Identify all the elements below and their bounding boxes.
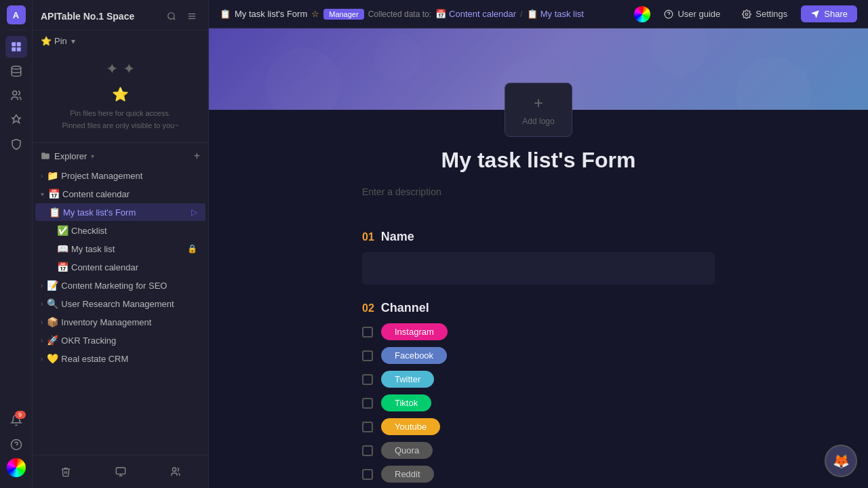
channel-tag-reddit[interactable]: Reddit: [381, 466, 434, 483]
trash-button[interactable]: [55, 461, 77, 483]
channel-checkbox-facebook[interactable]: [362, 350, 373, 361]
form-breadcrumb-name: My task list's Form: [235, 9, 307, 19]
channel-checkbox-instagram[interactable]: [362, 327, 373, 338]
pin-section: ⭐ Pin ▾ ✦ ✦ ⭐ Pin files here for quick a…: [33, 30, 208, 143]
channel-tag-youtube[interactable]: Youtube: [381, 418, 440, 435]
channel-option-tiktok: Tiktok: [362, 394, 715, 411]
field-name-label: 01 Name: [362, 230, 715, 244]
form-title: My task list's Form: [362, 148, 715, 173]
chevron-right-icon-3: ›: [41, 300, 43, 308]
svg-point-5: [12, 91, 16, 95]
share-button[interactable]: Share: [801, 5, 857, 22]
sidebar-item-project-management[interactable]: › 📁 Project Management: [35, 167, 205, 184]
svg-rect-0: [12, 42, 16, 46]
field-channel-label: 02 Channel: [362, 301, 715, 315]
check-icon: ✅: [57, 225, 68, 236]
channel-checkbox-youtube[interactable]: [362, 422, 373, 432]
channel-tag-tiktok[interactable]: Tiktok: [381, 394, 431, 411]
rocket-icon-btn[interactable]: [5, 109, 27, 131]
sidebar-footer: [33, 455, 208, 488]
help-avatar-icon: 🦊: [826, 446, 856, 476]
field-number-2: 02: [362, 302, 374, 314]
theme-switcher[interactable]: [7, 458, 26, 477]
sidebar-item-inventory[interactable]: › 📦 Inventory Management: [35, 313, 205, 331]
channel-checkbox-twitter[interactable]: [362, 374, 373, 385]
channel-tag-twitter[interactable]: Twitter: [381, 371, 434, 388]
workspace-title: APITable No.1 Space: [41, 11, 134, 22]
breadcrumb: 📋 My task list's Form ☆ Manager Collecte…: [220, 9, 629, 20]
channel-tag-facebook[interactable]: Facebook: [381, 347, 447, 364]
search-bottom-button[interactable]: [110, 461, 132, 483]
form-logo-area: + Add logo: [209, 83, 868, 137]
sidebar-item-my-task-form[interactable]: 📋 My task list's Form ▷: [35, 203, 205, 221]
explorer-add-button[interactable]: +: [194, 150, 200, 162]
sidebar-item-content-marketing[interactable]: › 📝 Content Marketing for SEO: [35, 277, 205, 294]
icon-bar-bottom: 9: [5, 409, 27, 483]
channel-option-reddit: Reddit: [362, 466, 715, 483]
calendar-link-icon: 📅: [435, 9, 446, 19]
table-icon: 📖: [57, 243, 68, 254]
home-icon-btn[interactable]: [5, 36, 27, 58]
add-logo-button[interactable]: + Add logo: [505, 83, 572, 137]
members-button[interactable]: [165, 461, 186, 483]
calendar-icon: 📅: [57, 262, 68, 272]
svg-rect-2: [12, 47, 16, 52]
doc-icon: 📝: [47, 280, 58, 291]
sidebar-item-content-calendar-child[interactable]: 📅 Content calendar: [35, 258, 205, 276]
sidebar-item-checklist[interactable]: ✅ Checklist: [35, 222, 205, 239]
channel-checkbox-reddit[interactable]: [362, 469, 373, 480]
channel-tag-instagram[interactable]: Instagram: [381, 323, 448, 340]
chevron-right-icon-6: ›: [41, 355, 43, 363]
sidebar-item-my-task-list[interactable]: 📖 My task list 🔒: [35, 240, 205, 258]
field-channel: 02 Channel Instagram Facebook Twitter: [362, 301, 715, 488]
sidebar-item-content-calendar[interactable]: ▾ 📅 Content calendar: [35, 185, 205, 203]
sidebar-item-user-research[interactable]: › 🔍 User Research Management: [35, 295, 205, 312]
channel-option-facebook: Facebook: [362, 347, 715, 364]
tasklist-breadcrumb-link[interactable]: 📋 My task list: [527, 9, 584, 19]
form-description-input[interactable]: [362, 181, 715, 214]
theme-icon[interactable]: [634, 6, 650, 22]
svg-rect-1: [16, 42, 20, 46]
help-avatar[interactable]: 🦊: [825, 445, 857, 477]
calendar-breadcrumb-link[interactable]: 📅 Content calendar: [435, 9, 516, 19]
notification-icon-btn[interactable]: 9: [5, 409, 27, 431]
topbar-actions: User guide Settings Share: [634, 5, 857, 22]
sidebar-item-okr[interactable]: › 🚀 OKR Tracking: [35, 331, 205, 349]
favorite-star[interactable]: ☆: [311, 9, 319, 19]
okr-icon: 🚀: [47, 335, 58, 346]
channel-option-twitter: Twitter: [362, 371, 715, 388]
user-guide-button[interactable]: User guide: [656, 5, 728, 22]
chevron-right-icon-2: ›: [41, 282, 43, 289]
sidebar-header: APITable No.1 Space: [33, 0, 208, 30]
realestate-icon: 💛: [47, 353, 58, 364]
chevron-right-icon-5: ›: [41, 337, 43, 344]
topbar: 📋 My task list's Form ☆ Manager Collecte…: [209, 0, 868, 28]
field-label-text-1: Name: [381, 230, 414, 244]
channel-checkbox-quora[interactable]: [362, 445, 373, 456]
sidebar-item-realestate[interactable]: › 💛 Real estate CRM: [35, 350, 205, 367]
shield-icon-btn[interactable]: [5, 134, 27, 155]
pin-header[interactable]: ⭐ Pin ▾: [41, 36, 200, 46]
field-label-text-2: Channel: [381, 301, 429, 315]
plus-icon: +: [534, 94, 543, 113]
settings-button[interactable]: Settings: [734, 5, 795, 22]
help-icon-btn[interactable]: [5, 434, 27, 455]
channel-tag-quora[interactable]: Quora: [381, 442, 433, 459]
name-text-input[interactable]: [362, 252, 715, 285]
workspace-avatar[interactable]: A: [7, 5, 26, 24]
search-button[interactable]: [163, 8, 180, 24]
team-icon-btn[interactable]: [5, 85, 27, 106]
lock-icon: 🔒: [187, 244, 197, 253]
database-icon-btn[interactable]: [5, 60, 27, 82]
form-breadcrumb-icon: 📋: [220, 9, 231, 19]
form-area: + Add logo My task list's Form 01 Name 0…: [209, 28, 868, 488]
field-number-1: 01: [362, 231, 374, 243]
manager-badge[interactable]: Manager: [323, 9, 363, 20]
svg-point-24: [652, 28, 708, 75]
main-content: 📋 My task list's Form ☆ Manager Collecte…: [209, 0, 868, 488]
explorer-header[interactable]: Explorer ▾ +: [33, 146, 208, 166]
channel-checkbox-tiktok[interactable]: [362, 398, 373, 409]
collapse-sidebar-button[interactable]: [184, 8, 200, 24]
svg-rect-13: [116, 468, 125, 474]
channel-option-quora: Quora: [362, 442, 715, 459]
